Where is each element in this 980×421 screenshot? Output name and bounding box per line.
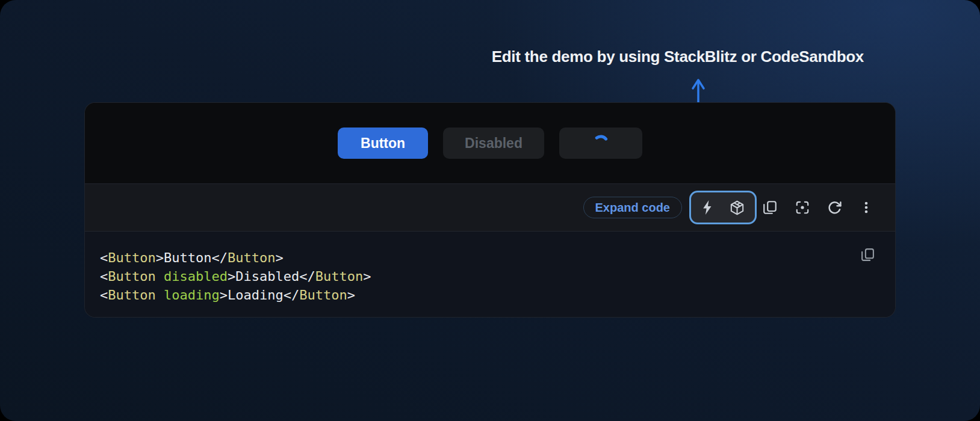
demo-button-disabled[interactable]: Disabled: [443, 128, 544, 159]
annotation-label: Edit the demo by using StackBlitz or Cod…: [492, 48, 864, 66]
refresh-demo-button[interactable]: [827, 200, 842, 215]
copy-icon: [762, 200, 778, 215]
codesandbox-button[interactable]: [729, 200, 745, 216]
refresh-icon: [827, 200, 842, 215]
code-block: <Button>Button</Button><Button disabled>…: [85, 232, 895, 317]
stackblitz-button[interactable]: [701, 200, 715, 215]
code-line: <Button loading>Loading</Button>: [100, 286, 895, 304]
capture-icon: [795, 200, 810, 215]
demo-preview: Button Disabled: [85, 103, 895, 183]
demo-button-loading[interactable]: [559, 128, 642, 159]
lightning-icon: [701, 200, 715, 215]
demo-button-primary[interactable]: Button: [338, 128, 428, 159]
capture-demo-button[interactable]: [795, 200, 810, 215]
kebab-menu-icon: [859, 200, 873, 215]
copy-icon: [860, 247, 875, 262]
toolbar-icon-row: [762, 200, 873, 215]
sandbox-actions-group: [689, 191, 757, 224]
more-actions-button[interactable]: [859, 200, 873, 215]
code-copy-button[interactable]: [860, 247, 875, 264]
demo-card: Button Disabled Expand code: [84, 102, 896, 318]
loading-spinner-icon: [592, 135, 609, 152]
code-listing: <Button>Button</Button><Button disabled>…: [100, 248, 895, 304]
copy-code-button[interactable]: [762, 200, 778, 215]
page-background: Edit the demo by using StackBlitz or Cod…: [0, 0, 980, 421]
code-line: <Button>Button</Button>: [100, 248, 895, 267]
codesandbox-cube-icon: [729, 200, 745, 216]
code-line: <Button disabled>Disabled</Button>: [100, 267, 895, 286]
expand-code-button[interactable]: Expand code: [583, 197, 682, 218]
demo-toolbar: Expand code: [85, 183, 895, 232]
